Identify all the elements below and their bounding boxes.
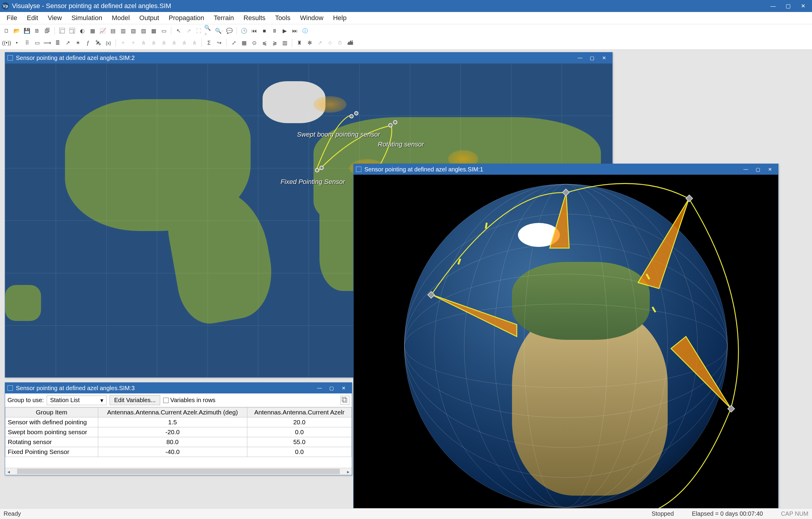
map-titlebar[interactable]: Sensor pointing at defined azel angles.S… (5, 52, 612, 63)
scroll-left-icon[interactable]: ◂ (5, 468, 12, 475)
menu-propagation[interactable]: Propagation (164, 12, 208, 24)
window-stats-icon[interactable]: ▧ (128, 26, 138, 36)
subwindow-globe[interactable]: Sensor pointing at defined azel angles.S… (353, 164, 779, 508)
window-chart-icon[interactable]: 📈 (98, 26, 108, 36)
vars-in-rows-checkbox[interactable]: Variables in rows (163, 397, 215, 404)
arrow-icon[interactable]: ↗ (63, 38, 72, 48)
fig4-icon[interactable]: ⋔ (169, 38, 179, 48)
table-minimize-button[interactable]: — (314, 384, 325, 392)
open-icon[interactable]: 📂 (12, 26, 22, 36)
play-icon[interactable]: ▶ (280, 26, 290, 36)
menu-results[interactable]: Results (239, 12, 269, 24)
map-minimize-button[interactable]: — (574, 54, 586, 62)
globe-view[interactable] (354, 175, 778, 508)
table-row[interactable]: Sensor with defined pointing1.520.0 (5, 417, 352, 427)
save-icon[interactable]: 💾 (22, 26, 32, 36)
fig1-icon[interactable]: ⋔ (139, 38, 148, 48)
table-row[interactable]: Fixed Pointing Sensor-40.00.0 (5, 447, 352, 457)
edit-variables-button[interactable]: Edit Variables... (110, 395, 160, 405)
window-terminal-icon[interactable]: ▭ (159, 26, 169, 36)
col-group-item[interactable]: Group Item (5, 408, 98, 417)
pointer-icon[interactable]: ↖ (174, 26, 183, 36)
fast-forward-icon[interactable]: ⏭ (290, 26, 300, 36)
table-maximize-button[interactable]: ▢ (325, 384, 338, 392)
window-plate-icon[interactable]: ⿹ (67, 26, 77, 36)
table-horizontal-scrollbar[interactable]: ◂ ▸ (5, 468, 352, 475)
list-icon[interactable]: ≣ (53, 38, 62, 48)
close-button[interactable]: ✕ (796, 1, 810, 11)
tool1-icon[interactable]: ↗ (315, 38, 324, 48)
globe-sphere[interactable] (404, 184, 728, 508)
group-combo[interactable]: Station List▾ (47, 395, 107, 405)
zoom-in-icon[interactable]: 🔍+ (204, 26, 214, 36)
variable-icon[interactable]: {x} (104, 38, 113, 48)
col-azimuth[interactable]: Antennas.Antenna.Current Azelr.Azimuth (… (98, 408, 247, 417)
tool3-icon[interactable]: ⫛ (335, 38, 345, 48)
scatter-icon[interactable]: ⠿ (22, 38, 32, 48)
stop-icon[interactable]: ■ (260, 26, 269, 36)
add1-icon[interactable]: + (118, 38, 128, 48)
chart-line-icon[interactable]: ⫹ (260, 38, 269, 48)
tower1-icon[interactable]: ♜ (295, 38, 304, 48)
subwindow-table[interactable]: Sensor pointing at defined azel angles.S… (5, 382, 352, 475)
menu-edit[interactable]: Edit (23, 12, 42, 24)
copy-doc-icon[interactable]: 🗐 (42, 26, 52, 36)
compass-icon[interactable]: ⊙ (250, 38, 259, 48)
globe-titlebar[interactable]: Sensor pointing at defined azel angles.S… (354, 164, 778, 175)
table-titlebar[interactable]: Sensor pointing at defined azel angles.S… (5, 383, 352, 393)
fig6-icon[interactable]: ⋔ (190, 38, 199, 48)
window-text-icon[interactable]: ▤ (108, 26, 118, 36)
globe-body[interactable] (354, 175, 778, 508)
skip-start-icon[interactable]: ⏮ (250, 26, 259, 36)
titlebar[interactable]: Vp Visualyse - Sensor pointing at define… (0, 0, 812, 12)
tower2-icon[interactable]: ✻ (305, 38, 314, 48)
new-doc-icon[interactable]: 🗎 (32, 26, 42, 36)
scroll-thumb[interactable] (17, 469, 340, 474)
menu-window[interactable]: Window (296, 12, 327, 24)
pause-icon[interactable]: ⏸ (270, 26, 279, 36)
minimize-button[interactable]: — (766, 1, 780, 11)
globe-maximize-button[interactable]: ▢ (752, 165, 764, 173)
zoom-out-icon[interactable]: 🔍- (214, 26, 224, 36)
function-icon[interactable]: ƒ (83, 38, 93, 48)
menu-output[interactable]: Output (135, 12, 163, 24)
fig5-icon[interactable]: ⋔ (179, 38, 189, 48)
scroll-right-icon[interactable]: ▸ (345, 468, 352, 475)
zoom-fit-icon[interactable]: ⤢ (229, 38, 239, 48)
box-icon[interactable]: ▭ (32, 38, 42, 48)
window-table-icon[interactable]: ▦ (88, 26, 97, 36)
add2-icon[interactable]: + (128, 38, 138, 48)
clock-icon[interactable]: 🕒 (239, 26, 249, 36)
window-grid-icon[interactable]: ▥ (118, 26, 128, 36)
chart-bars-icon[interactable]: ▥ (280, 38, 290, 48)
beam-icon[interactable]: • (12, 38, 22, 48)
menu-help[interactable]: Help (329, 12, 351, 24)
table-close-button[interactable]: ✕ (338, 384, 349, 392)
menu-file[interactable]: File (2, 12, 21, 24)
window-3d-icon[interactable]: ◐ (78, 26, 87, 36)
map-close-button[interactable]: ✕ (598, 54, 610, 62)
menu-model[interactable]: Model (108, 12, 134, 24)
fig3-icon[interactable]: ⋔ (159, 38, 169, 48)
map-maximize-button[interactable]: ▢ (586, 54, 598, 62)
tool2-icon[interactable]: ⊹ (325, 38, 335, 48)
data-table[interactable]: Group Item Antennas.Antenna.Current Azel… (5, 407, 352, 457)
table-row[interactable]: Rotating sensor80.055.0 (5, 437, 352, 447)
link-icon[interactable]: ⟿ (42, 38, 52, 48)
info-icon[interactable]: ⓘ (300, 26, 310, 36)
col-azelr[interactable]: Antennas.Antenna.Current Azelr (247, 408, 351, 417)
comment-icon[interactable]: 💬 (225, 26, 234, 36)
sigma-icon[interactable]: Σ (204, 38, 214, 48)
globe-close-button[interactable]: ✕ (764, 165, 776, 173)
export-icon[interactable]: ↪ (214, 38, 224, 48)
fig2-icon[interactable]: ⋔ (149, 38, 158, 48)
cross-icon[interactable]: ✶ (73, 38, 83, 48)
globe-minimize-button[interactable]: — (740, 165, 752, 173)
maximize-button[interactable]: ▢ (781, 1, 795, 11)
copy-table-button[interactable]: ⿻ (341, 396, 349, 405)
menu-tools[interactable]: Tools (271, 12, 295, 24)
new-icon[interactable]: 🗋 (2, 26, 11, 36)
satellite-icon[interactable]: 🛰 (93, 38, 103, 48)
menu-terrain[interactable]: Terrain (210, 12, 238, 24)
chart-axes-icon[interactable]: ⫺ (270, 38, 279, 48)
